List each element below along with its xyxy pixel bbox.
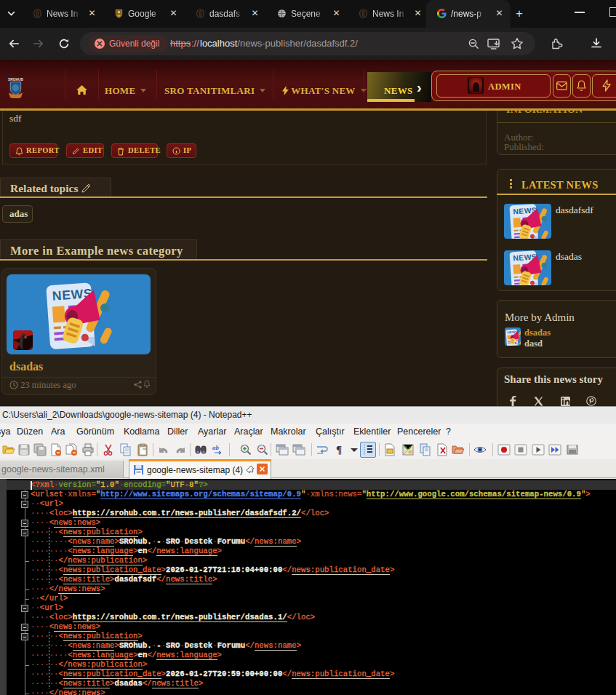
svg-text:ab: ab (212, 444, 220, 451)
svg-text:SROHUB: SROHUB (8, 78, 23, 82)
svg-text:¶: ¶ (336, 444, 342, 456)
